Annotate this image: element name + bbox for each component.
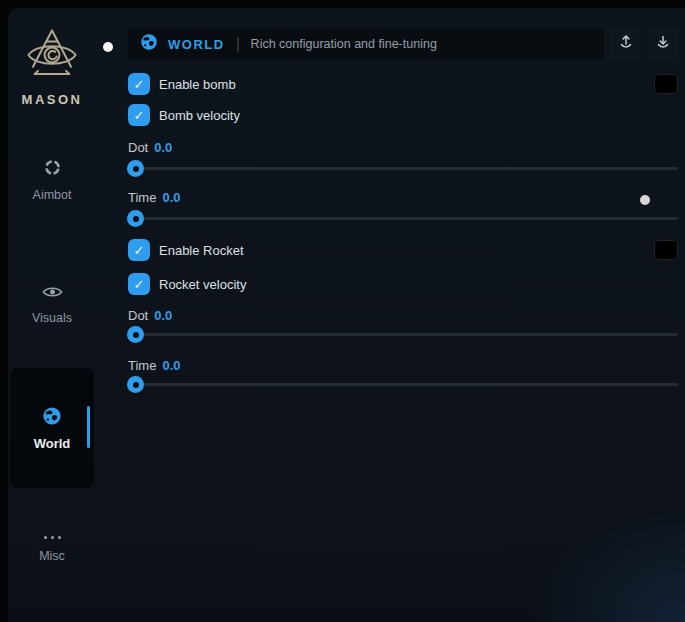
- notification-dot: [103, 42, 113, 52]
- check-icon: ✓: [134, 244, 145, 257]
- checkbox-label: Rocket velocity: [159, 277, 246, 292]
- slider-value: 0.0: [154, 140, 172, 155]
- slider-label-row: Time 0.0: [128, 190, 180, 205]
- enable-rocket-checkbox[interactable]: ✓: [128, 239, 150, 261]
- checkbox-row-enable-bomb: ✓ Enable bomb: [128, 73, 678, 95]
- brand-title: MASON: [22, 92, 83, 107]
- active-tab-indicator: [87, 406, 90, 448]
- logo-block: MASON: [8, 26, 96, 107]
- slider-label-row: Time 0.0: [128, 358, 180, 373]
- checkbox-label: Enable Rocket: [159, 243, 244, 258]
- sidebar-item-label: Misc: [39, 549, 65, 563]
- rocket-velocity-checkbox[interactable]: ✓: [128, 273, 150, 295]
- app-window: MASON Aimbot Visuals: [0, 0, 685, 622]
- sidebar-item-world-active[interactable]: World: [10, 368, 94, 488]
- upload-icon: [617, 33, 635, 55]
- slider-label-row: Dot 0.0: [128, 308, 172, 323]
- slider-knob[interactable]: [127, 376, 144, 393]
- bomb-dot-slider[interactable]: [128, 167, 678, 170]
- sidebar-item-misc[interactable]: Misc: [8, 532, 96, 563]
- page-header: WORLD Rich configuration and fine-tuning: [128, 28, 678, 60]
- checkbox-row-enable-rocket: ✓ Enable Rocket: [128, 239, 678, 261]
- page-subtitle: Rich configuration and fine-tuning: [251, 37, 437, 51]
- rocket-color-swatch[interactable]: [654, 240, 678, 260]
- header-divider: [237, 37, 239, 52]
- menu-panel: MASON Aimbot Visuals: [8, 8, 685, 622]
- checkbox-row-rocket-velocity: ✓ Rocket velocity: [128, 273, 678, 295]
- slider-knob[interactable]: [127, 326, 144, 343]
- page-header-bar: WORLD Rich configuration and fine-tuning: [128, 28, 604, 60]
- check-icon: ✓: [134, 109, 145, 122]
- eye-icon: [42, 284, 63, 304]
- crosshair-icon: [43, 158, 62, 181]
- download-config-button[interactable]: [647, 28, 678, 60]
- page-title: WORLD: [168, 37, 225, 52]
- sidebar-item-label: Visuals: [32, 311, 72, 325]
- rocket-time-slider[interactable]: [128, 383, 678, 386]
- cursor-dot: [640, 195, 650, 205]
- enable-bomb-checkbox[interactable]: ✓: [128, 73, 150, 95]
- content-area: WORLD Rich configuration and fine-tuning: [128, 28, 678, 608]
- sidebar: MASON Aimbot Visuals: [8, 8, 112, 622]
- checkbox-label: Enable bomb: [159, 77, 236, 92]
- slider-name: Time: [128, 190, 156, 205]
- slider-value: 0.0: [162, 190, 180, 205]
- mason-eye-pyramid-logo-icon: [23, 26, 81, 88]
- slider-value: 0.0: [154, 308, 172, 323]
- globe-icon: [42, 406, 62, 430]
- sidebar-item-label: World: [34, 436, 71, 451]
- slider-name: Dot: [128, 308, 148, 323]
- slider-label-row: Dot 0.0: [128, 140, 172, 155]
- slider-name: Dot: [128, 140, 148, 155]
- sidebar-item-aimbot[interactable]: Aimbot: [8, 158, 96, 202]
- upload-config-button[interactable]: [610, 28, 641, 60]
- check-icon: ✓: [134, 78, 145, 91]
- sidebar-item-label: Aimbot: [33, 188, 72, 202]
- slider-knob[interactable]: [127, 210, 144, 227]
- bomb-velocity-checkbox[interactable]: ✓: [128, 104, 150, 126]
- ellipsis-icon: [44, 532, 61, 542]
- slider-name: Time: [128, 358, 156, 373]
- bomb-color-swatch[interactable]: [654, 74, 678, 94]
- sidebar-item-visuals[interactable]: Visuals: [8, 284, 96, 325]
- check-icon: ✓: [134, 278, 145, 291]
- checkbox-row-bomb-velocity: ✓ Bomb velocity: [128, 104, 678, 126]
- rocket-dot-slider[interactable]: [128, 333, 678, 336]
- download-icon: [654, 33, 672, 55]
- slider-value: 0.0: [162, 358, 180, 373]
- checkbox-label: Bomb velocity: [159, 108, 240, 123]
- slider-knob[interactable]: [127, 160, 144, 177]
- globe-icon: [140, 33, 158, 55]
- bomb-time-slider[interactable]: [128, 217, 678, 220]
